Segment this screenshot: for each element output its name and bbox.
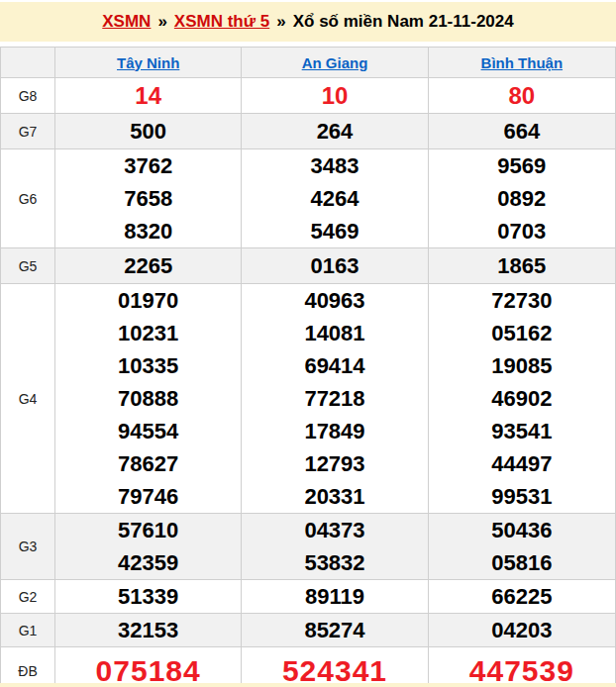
result-number: 80	[429, 78, 615, 113]
result-number: 79746	[55, 480, 241, 513]
result-cell: 9569 0892 0703	[429, 149, 615, 247]
result-cell: 51339	[55, 580, 242, 613]
table-row-g3: G3 57610 42359 04373 53832 50436 05816	[1, 514, 615, 580]
result-cell: 264	[242, 114, 428, 148]
header-cell-binh-thuan: Bình Thuận	[429, 48, 615, 77]
result-number: 8320	[55, 215, 241, 247]
result-number: 42359	[55, 546, 241, 579]
result-cell: 50436 05816	[429, 514, 615, 579]
breadcrumb-separator: »	[157, 12, 166, 32]
prize-label-g1: G1	[1, 614, 55, 646]
result-number: 05162	[429, 317, 615, 349]
result-cell: 14	[55, 78, 242, 113]
table-row-g5: G5 2265 0163 1865	[1, 248, 615, 284]
result-cell: 3483 4264 5469	[242, 149, 428, 247]
table-header-row: Tây Ninh An Giang Bình Thuận	[1, 48, 615, 78]
table-row-g6: G6 3762 7658 8320 3483 4264 5469 9569 08…	[1, 149, 615, 248]
result-number: 69414	[242, 349, 427, 382]
result-number: 99531	[429, 480, 615, 513]
result-cell: 04373 53832	[242, 514, 428, 579]
result-number: 20331	[242, 480, 427, 513]
prize-label-g3: G3	[1, 514, 55, 579]
result-number: 01970	[55, 284, 241, 317]
result-number: 447539	[429, 647, 615, 687]
result-cell: 1865	[429, 248, 615, 283]
prize-label-g7: G7	[1, 114, 55, 148]
result-cell: 664	[429, 114, 615, 148]
header-empty-cell	[1, 48, 55, 77]
province-link-binh-thuan[interactable]: Bình Thuận	[481, 54, 564, 71]
result-number: 53832	[242, 546, 427, 579]
result-number: 9569	[429, 149, 615, 182]
result-number: 32153	[55, 614, 241, 646]
prize-label-g8: G8	[1, 78, 55, 113]
breadcrumb-separator: »	[276, 12, 285, 32]
result-number: 1865	[429, 248, 615, 283]
table-row-g4: G4 01970 10231 10335 70888 94554 78627 7…	[1, 284, 615, 514]
result-number: 57610	[55, 514, 241, 546]
result-number: 93541	[429, 415, 615, 447]
table-row-g2: G2 51339 89119 66225	[1, 580, 615, 614]
result-number: 264	[242, 114, 427, 148]
result-cell: 32153	[55, 614, 242, 646]
table-row-g1: G1 32153 85274 04203	[1, 614, 615, 647]
result-number: 44497	[429, 447, 615, 480]
result-number: 0703	[429, 215, 615, 247]
result-cell: 3762 7658 8320	[55, 149, 242, 247]
breadcrumb-link-xsmn-thu5[interactable]: XSMN thứ 5	[174, 12, 269, 32]
prize-label-g2: G2	[1, 580, 55, 613]
table-row-g7: G7 500 264 664	[1, 114, 615, 149]
result-number: 72730	[429, 284, 615, 317]
province-link-tay-ninh[interactable]: Tây Ninh	[117, 54, 179, 71]
header-cell-tay-ninh: Tây Ninh	[55, 48, 242, 77]
result-number: 14081	[242, 317, 427, 349]
result-cell: 89119	[242, 580, 428, 613]
prize-label-g4: G4	[1, 284, 55, 513]
result-number: 66225	[429, 580, 615, 613]
result-number: 0163	[242, 248, 427, 283]
result-number: 46902	[429, 382, 615, 415]
prize-label-db: ĐB	[1, 647, 55, 687]
result-cell: 2265	[55, 248, 242, 283]
breadcrumb-link-xsmn[interactable]: XSMN	[102, 12, 151, 32]
result-cell: 075184	[55, 647, 242, 687]
result-number: 0892	[429, 182, 615, 215]
result-cell: 10	[242, 78, 428, 113]
result-number: 19085	[429, 349, 615, 382]
result-number: 85274	[242, 614, 427, 646]
result-number: 50436	[429, 514, 615, 546]
result-cell: 57610 42359	[55, 514, 242, 579]
result-number: 14	[55, 78, 241, 113]
result-cell: 04203	[429, 614, 615, 646]
table-row-g8: G8 14 10 80	[1, 78, 615, 114]
lottery-results-table: Tây Ninh An Giang Bình Thuận G8 14 10 80…	[0, 47, 616, 687]
result-number: 10	[242, 78, 427, 113]
result-number: 94554	[55, 415, 241, 447]
result-number: 524341	[242, 647, 427, 687]
prize-label-g5: G5	[1, 248, 55, 283]
result-number: 10231	[55, 317, 241, 349]
result-number: 78627	[55, 447, 241, 480]
result-number: 10335	[55, 349, 241, 382]
result-cell: 500	[55, 114, 242, 148]
result-number: 77218	[242, 382, 427, 415]
province-link-an-giang[interactable]: An Giang	[302, 54, 368, 71]
result-number: 075184	[55, 647, 241, 687]
result-cell: 72730 05162 19085 46902 93541 44497 9953…	[429, 284, 615, 513]
result-number: 04203	[429, 614, 615, 646]
result-cell: 524341	[242, 647, 428, 687]
result-cell: 40963 14081 69414 77218 17849 12793 2033…	[242, 284, 428, 513]
page-title: Xổ số miền Nam 21-11-2024	[293, 12, 514, 32]
result-cell: 85274	[242, 614, 428, 646]
result-number: 5469	[242, 215, 427, 247]
result-cell: 0163	[242, 248, 428, 283]
result-number: 4264	[242, 182, 427, 215]
result-number: 2265	[55, 248, 241, 283]
result-number: 40963	[242, 284, 427, 317]
prize-label-g6: G6	[1, 149, 55, 247]
result-number: 12793	[242, 447, 427, 480]
table-row-db: ĐB 075184 524341 447539	[1, 647, 615, 687]
result-number: 17849	[242, 415, 427, 447]
result-number: 7658	[55, 182, 241, 215]
result-cell: 01970 10231 10335 70888 94554 78627 7974…	[55, 284, 242, 513]
